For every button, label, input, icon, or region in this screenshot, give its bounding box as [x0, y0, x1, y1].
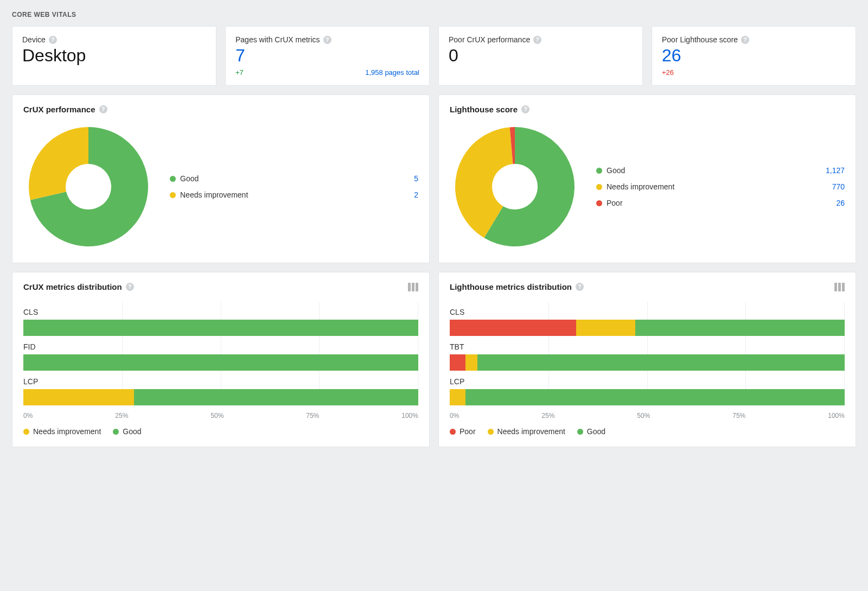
legend-row[interactable]: Good1,127: [596, 166, 845, 175]
card-label-text: Poor Lighthouse score: [662, 35, 738, 44]
stacked-bar[interactable]: [450, 389, 845, 405]
metric-row: CLS: [450, 302, 845, 337]
panel-lighthouse-score: Lighthouse score ? Good1,127Needs improv…: [438, 94, 856, 263]
card-extra-link[interactable]: 1,958 pages total: [365, 68, 419, 77]
metric-name: LCP: [23, 377, 418, 386]
card-label-text: Poor CrUX performance: [449, 35, 530, 44]
axis-tick: 50%: [210, 412, 224, 420]
stacked-bar[interactable]: [23, 320, 418, 336]
legend-value[interactable]: 2: [414, 190, 418, 199]
x-axis: 0%25%50%75%100%: [23, 412, 418, 420]
bar-segment-need[interactable]: [23, 389, 134, 405]
axis-tick: 75%: [306, 412, 319, 420]
columns-icon[interactable]: [834, 283, 845, 291]
legend-dot: [596, 200, 602, 206]
legend-dot: [170, 192, 176, 198]
help-icon[interactable]: ?: [49, 36, 57, 44]
metric-row: LCP: [450, 372, 845, 406]
legend-label: Needs improvement: [607, 182, 674, 191]
bar-segment-good[interactable]: [465, 389, 845, 405]
donut-legend: Good5Needs improvement2: [170, 174, 418, 199]
panel-title: CrUX performance ?: [23, 105, 107, 114]
distribution-legend: PoorNeeds improvementGood: [450, 427, 845, 436]
legend-dot: [23, 429, 29, 435]
stacked-bar[interactable]: [450, 320, 845, 336]
axis-tick: 100%: [828, 412, 845, 420]
card-value[interactable]: 26: [662, 46, 846, 65]
panel-title: CrUX metrics distribution ?: [23, 282, 134, 291]
panel-title-text: CrUX performance: [23, 105, 95, 114]
axis-tick: 100%: [401, 412, 418, 420]
card-label: Device ?: [22, 35, 206, 44]
legend-label: Needs improvement: [33, 427, 101, 436]
metric-name: CLS: [23, 308, 418, 316]
bar-segment-poor[interactable]: [450, 354, 465, 371]
legend-label: Needs improvement: [180, 190, 248, 199]
columns-icon[interactable]: [408, 283, 418, 291]
card-label-text: Device: [22, 35, 46, 44]
card-delta: +7: [235, 68, 244, 77]
legend-item[interactable]: Needs improvement: [23, 427, 101, 436]
help-icon[interactable]: ?: [521, 105, 529, 113]
metric-name: LCP: [450, 377, 845, 386]
legend-item[interactable]: Needs improvement: [488, 427, 565, 436]
legend-value[interactable]: 770: [832, 182, 845, 191]
help-icon[interactable]: ?: [533, 36, 541, 44]
card-value: 0: [449, 46, 633, 65]
help-icon[interactable]: ?: [99, 105, 107, 113]
stacked-bar[interactable]: [23, 389, 418, 405]
legend-value[interactable]: 1,127: [826, 166, 845, 175]
legend-value[interactable]: 5: [414, 174, 418, 183]
legend-row[interactable]: Poor26: [596, 199, 845, 207]
card-value[interactable]: 7: [235, 46, 419, 65]
donut-slice[interactable]: [29, 127, 88, 200]
legend-label: Good: [123, 427, 141, 436]
panel-title-text: Lighthouse score: [450, 105, 518, 114]
bar-segment-good[interactable]: [23, 354, 418, 371]
panel-crux-performance: CrUX performance ? Good5Needs improvemen…: [12, 94, 430, 263]
legend-dot: [113, 429, 119, 435]
help-icon[interactable]: ?: [323, 36, 331, 44]
distribution-legend: Needs improvementGood: [23, 427, 418, 436]
panel-title-text: CrUX metrics distribution: [23, 282, 122, 291]
bar-segment-good[interactable]: [134, 389, 418, 405]
card-poor-crux: Poor CrUX performance ? 0: [438, 26, 643, 86]
distribution-chart: CLSFIDLCP0%25%50%75%100%Needs improvemen…: [23, 299, 418, 436]
bar-segment-good[interactable]: [23, 320, 418, 336]
metric-row: LCP: [23, 372, 418, 406]
bar-segment-need[interactable]: [465, 354, 477, 371]
axis-tick: 25%: [115, 412, 128, 420]
legend-item[interactable]: Good: [113, 427, 141, 436]
panel-title-text: Lighthouse metrics distribution: [450, 282, 572, 291]
axis-tick: 25%: [541, 412, 554, 420]
donut-panels-row: CrUX performance ? Good5Needs improvemen…: [12, 94, 856, 263]
legend-row[interactable]: Needs improvement770: [596, 182, 845, 191]
help-icon[interactable]: ?: [576, 283, 584, 291]
help-icon[interactable]: ?: [126, 283, 134, 291]
donut-chart: [23, 122, 154, 252]
bar-segment-poor[interactable]: [450, 320, 576, 336]
stacked-bar[interactable]: [450, 354, 845, 371]
stacked-bar[interactable]: [23, 354, 418, 371]
panel-title: Lighthouse metrics distribution ?: [450, 282, 584, 291]
distribution-chart: CLSTBTLCP0%25%50%75%100%PoorNeeds improv…: [450, 299, 845, 436]
metric-name: CLS: [450, 308, 845, 316]
legend-label: Good: [587, 427, 605, 436]
legend-row[interactable]: Needs improvement2: [170, 190, 418, 199]
legend-value[interactable]: 26: [836, 199, 845, 207]
legend-item[interactable]: Good: [577, 427, 605, 436]
card-sub: +26: [662, 68, 846, 77]
bar-segment-need[interactable]: [450, 389, 465, 405]
legend-row[interactable]: Good5: [170, 174, 418, 183]
donut-chart: [450, 122, 580, 252]
card-value: Desktop: [22, 46, 206, 65]
bar-segment-need[interactable]: [576, 320, 635, 336]
metric-row: TBT: [450, 337, 845, 372]
bar-segment-good[interactable]: [477, 354, 845, 371]
panel-crux-distribution: CrUX metrics distribution ? CLSFIDLCP0%2…: [12, 272, 430, 447]
metric-row: FID: [23, 337, 418, 372]
bar-segment-good[interactable]: [635, 320, 845, 336]
legend-item[interactable]: Poor: [450, 427, 476, 436]
help-icon[interactable]: ?: [741, 36, 749, 44]
legend-label: Good: [607, 166, 625, 175]
